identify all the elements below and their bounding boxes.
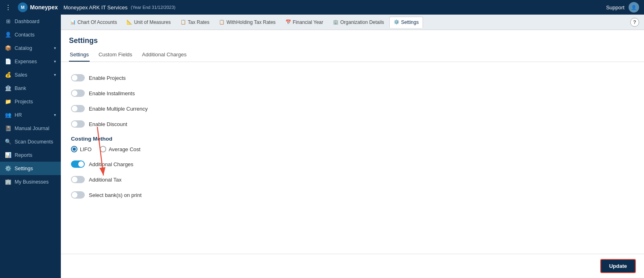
sidebar-item-hr[interactable]: 👥 HR ▾ (0, 108, 61, 122)
sidebar-item-catalog[interactable]: 📦 Catalog ▾ (0, 41, 61, 55)
toggle-row-enable-projects: Enable Projects (71, 70, 634, 86)
inner-tabs: Settings Custom Fields Additional Charge… (61, 48, 644, 62)
additional-tax-toggle[interactable] (71, 176, 85, 183)
sidebar-item-manual-journal[interactable]: 📓 Manual Journal (0, 122, 61, 135)
sidebar-item-expenses[interactable]: 📄 Expenses ▾ (0, 55, 61, 68)
chevron-down-icon: ▾ (54, 46, 56, 50)
additional-charges-toggle[interactable] (71, 160, 85, 168)
menu-dots-icon[interactable]: ⋮ (5, 4, 11, 11)
select-banks-on-print-toggle[interactable] (71, 191, 85, 199)
tax-icon: 📋 (180, 19, 186, 25)
tab-nav: 📊 Chart Of Accounts 📐 Unit of Measures 📋… (61, 15, 644, 30)
inner-tab-custom-fields[interactable]: Custom Fields (98, 48, 133, 62)
page-footer: Update (61, 254, 644, 278)
help-button[interactable]: ? (630, 18, 639, 27)
topbar-logo: M Moneypex (18, 2, 58, 12)
sidebar-item-label: Scan Documents (15, 139, 56, 145)
logo-icon: M (18, 2, 28, 12)
sidebar-item-reports[interactable]: 📊 Reports (0, 148, 61, 162)
avatar[interactable]: 👤 (629, 2, 639, 13)
sidebar-item-label: Projects (15, 99, 56, 105)
dashboard-icon: ⊞ (5, 18, 11, 24)
tab-label: Chart Of Accounts (77, 19, 117, 25)
tab-organization-details[interactable]: 🏢 Organization Details (328, 17, 389, 28)
tab-label: Settings (401, 19, 419, 25)
costing-method-radio-group: LIFO Average Cost (71, 146, 634, 152)
settings-body: Enable Projects Enable Installments Enab… (61, 62, 644, 211)
inner-tab-settings[interactable]: Settings (69, 48, 90, 62)
sidebar-item-contacts[interactable]: 👤 Contacts (0, 28, 61, 41)
tab-chart-of-accounts[interactable]: 📊 Chart Of Accounts (66, 17, 121, 28)
tab-tax-rates[interactable]: 📋 Tax Rates (176, 17, 214, 28)
spacer (61, 211, 644, 254)
enable-multiple-currency-toggle[interactable] (71, 105, 85, 112)
reports-icon: 📊 (5, 152, 11, 158)
catalog-icon: 📦 (5, 45, 11, 51)
contacts-icon: 👤 (5, 32, 11, 38)
radio-average-cost-label: Average Cost (109, 146, 141, 152)
sidebar-item-label: Bank (15, 86, 56, 91)
support-label[interactable]: Support (606, 4, 625, 11)
select-banks-on-print-label: Select bank(s) on print (89, 192, 142, 198)
additional-charges-label: Additional Charges (89, 161, 133, 167)
hr-icon: 👥 (5, 112, 11, 118)
inner-tab-additional-charges[interactable]: Additional Charges (141, 48, 187, 62)
sidebar-item-label: Settings (15, 166, 56, 171)
toggle-row-select-banks-on-print: Select bank(s) on print (71, 187, 634, 203)
chevron-down-icon: ▾ (54, 73, 56, 77)
org-icon: 🏢 (333, 19, 339, 25)
sidebar-item-dashboard[interactable]: ⊞ Dashboard (0, 15, 61, 28)
sidebar-item-scan-documents[interactable]: 🔍 Scan Documents (0, 135, 61, 148)
scan-documents-icon: 🔍 (5, 139, 11, 145)
sidebar-item-label: Contacts (15, 32, 56, 38)
app-name: Moneypex (30, 4, 58, 11)
tab-label: Organization Details (340, 19, 384, 25)
toggle-row-enable-multiple-currency: Enable Multiple Currency (71, 101, 634, 116)
tab-label: Unit of Measures (134, 19, 171, 25)
financial-year-icon: 📅 (286, 19, 291, 25)
enable-installments-toggle[interactable] (71, 90, 85, 97)
toggle-row-additional-tax: Additional Tax (71, 172, 634, 187)
enable-installments-label: Enable Installments (89, 90, 135, 96)
toggle-row-additional-charges: Additional Charges (71, 156, 634, 172)
sidebar-item-settings[interactable]: ⚙️ Settings (0, 162, 61, 175)
enable-discount-toggle[interactable] (71, 120, 85, 128)
sidebar-item-projects[interactable]: 📁 Projects (0, 95, 61, 108)
sidebar-item-label: HR (15, 112, 51, 118)
unit-icon: 📐 (127, 19, 132, 25)
settings-tab-icon: ⚙️ (394, 19, 399, 25)
tab-unit-of-measures[interactable]: 📐 Unit of Measures (122, 17, 175, 28)
chevron-down-icon: ▾ (54, 59, 56, 64)
radio-average-cost[interactable]: Average Cost (100, 146, 141, 152)
radio-lifo-label: LIFO (80, 146, 92, 152)
radio-lifo-circle (71, 146, 77, 152)
company-name: Moneypex ARK IT Services (63, 4, 127, 11)
tab-label: Financial Year (293, 19, 323, 25)
year-end: (Year End 31/12/2023) (131, 5, 175, 10)
tab-settings[interactable]: ⚙️ Settings (389, 17, 423, 28)
sidebar-item-label: Manual Journal (15, 126, 56, 131)
expenses-icon: 📄 (5, 58, 11, 64)
sidebar-item-bank[interactable]: 🏦 Bank (0, 81, 61, 95)
settings-icon: ⚙️ (5, 165, 11, 171)
chart-icon: 📊 (70, 19, 76, 25)
toggle-row-enable-discount: Enable Discount (71, 116, 634, 132)
topbar: ⋮ M Moneypex Moneypex ARK IT Services (Y… (0, 0, 644, 15)
sales-icon: 💰 (5, 72, 11, 78)
sidebar-item-label: My Businesses (15, 179, 56, 185)
topbar-right: Support 👤 (606, 2, 639, 13)
additional-tax-label: Additional Tax (89, 177, 122, 183)
sidebar-item-label: Expenses (15, 59, 51, 64)
update-button[interactable]: Update (600, 259, 636, 273)
sidebar-item-label: Sales (15, 72, 51, 78)
page-content: Settings Settings Custom Fields Addition… (61, 30, 644, 278)
sidebar-item-my-businesses[interactable]: 🏢 My Businesses (0, 175, 61, 188)
radio-lifo[interactable]: LIFO (71, 146, 92, 152)
bank-icon: 🏦 (5, 85, 11, 91)
page-title: Settings (61, 30, 644, 48)
sidebar-item-sales[interactable]: 💰 Sales ▾ (0, 68, 61, 81)
enable-projects-toggle[interactable] (71, 74, 85, 81)
tab-withholding-tax-rates[interactable]: 📋 WithHolding Tax Rates (215, 17, 280, 28)
sidebar-item-label: Reports (15, 152, 56, 158)
tab-financial-year[interactable]: 📅 Financial Year (281, 17, 328, 28)
